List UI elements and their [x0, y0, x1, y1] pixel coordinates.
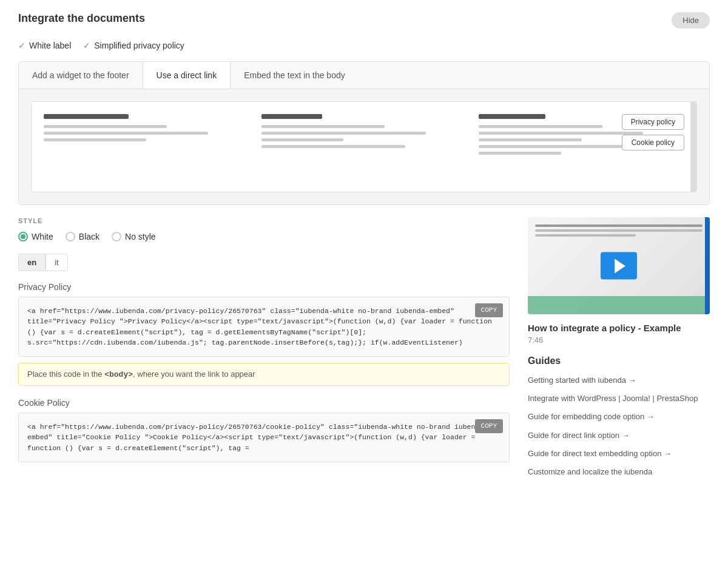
- lang-tab-it[interactable]: it: [46, 254, 68, 271]
- radio-white-dot: [21, 234, 25, 239]
- video-bg-line: [535, 229, 703, 232]
- tabs-header: Add a widget to the footer Use a direct …: [19, 62, 709, 89]
- page-title: Integrate the documents: [18, 12, 145, 25]
- tab-footer-widget[interactable]: Add a widget to the footer: [19, 62, 143, 89]
- preview-text-line: [44, 138, 146, 141]
- tab-direct-link[interactable]: Use a direct link: [143, 62, 231, 89]
- video-duration: 7:46: [528, 335, 710, 345]
- lang-tab-en[interactable]: en: [18, 254, 46, 271]
- style-section: STYLE White Black No style: [18, 217, 510, 241]
- hint-code-tag: <body>: [104, 370, 133, 379]
- preview-text-line: [261, 125, 385, 128]
- style-radio-row: White Black No style: [18, 232, 510, 241]
- tabs-container: Add a widget to the footer Use a direct …: [18, 61, 710, 205]
- hint-text-before: Place this code in the: [27, 369, 104, 379]
- video-thumbnail[interactable]: [528, 217, 710, 314]
- video-bg-line: [535, 224, 703, 227]
- video-bg-line: [535, 234, 636, 237]
- hint-text-after: , where you want the link to appear: [133, 369, 255, 379]
- guide-link-6[interactable]: Customize and localize the iubenda: [528, 467, 710, 477]
- privacy-policy-title: Privacy Policy: [18, 282, 510, 292]
- preview-text-line: [261, 138, 343, 141]
- preview-text-line: [479, 125, 602, 128]
- radio-black-circle: [66, 232, 75, 241]
- preview-text-line: [261, 132, 426, 135]
- cookie-policy-title: Cookie Policy: [18, 398, 510, 408]
- content-area: STYLE White Black No style: [18, 217, 710, 485]
- preview-text-line: [479, 145, 622, 148]
- preview-privacy-policy-btn[interactable]: Privacy policy: [622, 114, 684, 130]
- preview-area: Privacy policy Cookie policy: [19, 89, 709, 204]
- right-panel: How to integrate a policy - Example 7:46…: [528, 217, 710, 485]
- preview-col-2: [261, 114, 467, 180]
- white-label-checkbox[interactable]: ✓ White label: [18, 41, 71, 50]
- style-black-option[interactable]: Black: [66, 232, 99, 241]
- simplified-privacy-checkbox[interactable]: ✓ Simplified privacy policy: [83, 41, 184, 50]
- video-play-overlay[interactable]: [601, 252, 637, 280]
- guide-link-4[interactable]: Guide for direct link option →: [528, 430, 710, 441]
- guide-link-3[interactable]: Guide for embedding code option →: [528, 411, 710, 422]
- cookie-policy-copy-btn[interactable]: COPY: [475, 419, 503, 433]
- preview-heading-line-2: [261, 114, 322, 119]
- privacy-policy-section: Privacy Policy <a href="https://www.iube…: [18, 282, 510, 386]
- video-bg: [528, 217, 710, 314]
- style-no-style-option[interactable]: No style: [112, 232, 156, 241]
- simplified-privacy-text: Simplified privacy policy: [94, 41, 184, 50]
- guides-section: Guides Getting started with iubenda → In…: [528, 356, 710, 477]
- guide-link-5[interactable]: Guide for direct text embedding option →: [528, 448, 710, 459]
- privacy-policy-copy-btn[interactable]: COPY: [475, 303, 503, 317]
- checkboxes-row: ✓ White label ✓ Simplified privacy polic…: [18, 41, 710, 50]
- lang-tabs: en it: [18, 254, 510, 271]
- privacy-policy-code: <a href="https://www.iubenda.com/privacy…: [27, 307, 492, 346]
- video-green-label: [528, 296, 710, 314]
- style-black-label: Black: [79, 232, 99, 241]
- preview-text-line: [479, 138, 581, 141]
- style-white-label: White: [32, 232, 53, 241]
- white-label-text: White label: [29, 41, 71, 50]
- privacy-policy-hint: Place this code in the <body>, where you…: [18, 363, 510, 386]
- privacy-policy-code-block: <a href="https://www.iubenda.com/privacy…: [18, 297, 510, 357]
- cookie-policy-section: Cookie Policy <a href="https://www.iuben…: [18, 398, 510, 462]
- preview-text-line: [44, 132, 208, 135]
- play-icon: [615, 258, 625, 273]
- preview-text-line: [479, 132, 643, 135]
- preview-heading-line: [44, 114, 129, 119]
- style-white-option[interactable]: White: [18, 232, 53, 241]
- hide-button[interactable]: Hide: [672, 12, 710, 29]
- video-side-bar: [705, 217, 710, 314]
- guide-link-1[interactable]: Getting started with iubenda →: [528, 375, 710, 386]
- preview-inner: Privacy policy Cookie policy: [31, 101, 697, 192]
- style-label: STYLE: [18, 217, 510, 224]
- left-panel: STYLE White Black No style: [18, 217, 510, 485]
- video-bg-content: [528, 217, 710, 246]
- tab-embed-body[interactable]: Embed the text in the body: [231, 62, 359, 89]
- check-icon-2: ✓: [83, 41, 90, 50]
- guides-title: Guides: [528, 356, 710, 366]
- radio-white-circle: [18, 232, 28, 241]
- video-title: How to integrate a policy - Example: [528, 323, 710, 333]
- preview-cookie-policy-btn[interactable]: Cookie policy: [622, 135, 684, 150]
- preview-text-line: [479, 152, 561, 155]
- style-no-style-label: No style: [125, 232, 156, 241]
- cookie-policy-code: <a href="https://www.iubenda.com/privacy…: [27, 423, 488, 452]
- scrollbar: [690, 102, 696, 192]
- cookie-policy-code-block: <a href="https://www.iubenda.com/privacy…: [18, 413, 510, 462]
- preview-heading-line-3: [479, 114, 545, 119]
- preview-col-1: [44, 114, 249, 180]
- preview-policy-links: Privacy policy Cookie policy: [622, 114, 684, 150]
- guide-link-2[interactable]: Integrate with WordPress | Joomla! | Pre…: [528, 393, 710, 404]
- preview-text-line: [44, 125, 167, 128]
- preview-text-line: [261, 145, 405, 148]
- check-icon: ✓: [18, 41, 25, 50]
- radio-no-style-circle: [112, 232, 121, 241]
